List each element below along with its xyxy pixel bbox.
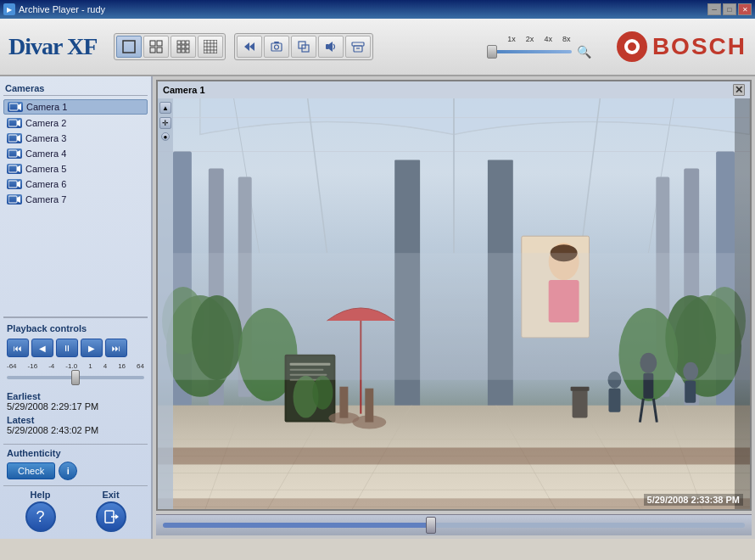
close-button[interactable]: ✕ xyxy=(738,3,752,15)
timeline-slider[interactable] xyxy=(163,523,745,528)
info-button[interactable]: i xyxy=(59,462,77,480)
svg-rect-44 xyxy=(8,165,17,172)
camera-scroll-controls: ▲ ✛ ● xyxy=(158,98,173,509)
svg-rect-23 xyxy=(271,43,282,51)
svg-rect-12 xyxy=(182,49,185,53)
minimize-button[interactable]: ─ xyxy=(707,3,721,15)
maximize-button[interactable]: □ xyxy=(723,3,736,15)
authenticity-section: Authenticity Check i xyxy=(3,444,148,484)
camera-item-5[interactable]: Camera 5 xyxy=(3,162,148,176)
svg-marker-41 xyxy=(17,135,20,142)
content-area: Cameras Camera 1 Camera 2 Camera 3 Camer… xyxy=(0,76,755,539)
speed-slider[interactable] xyxy=(7,376,144,379)
zoom-controls: 1x 2x 4x 8x 🔍 xyxy=(487,35,591,59)
svg-rect-10 xyxy=(186,45,189,48)
camera-item-1[interactable]: Camera 1 xyxy=(3,99,148,115)
scroll-dot[interactable]: ● xyxy=(161,132,170,141)
camera-icon-2 xyxy=(7,118,22,128)
camera-item-7[interactable]: Camera 7 xyxy=(3,193,148,206)
ptz-button[interactable]: ✛ xyxy=(159,117,171,129)
camera-icon-7 xyxy=(7,194,22,204)
camera-icon-5 xyxy=(7,164,22,174)
svg-rect-4 xyxy=(157,48,162,53)
zoom-slider[interactable] xyxy=(487,50,572,53)
time-info: Earliest 5/29/2008 2:29:17 PM Latest 5/2… xyxy=(3,388,148,442)
pause-button[interactable]: ⏸ xyxy=(56,339,78,357)
snapshot-button[interactable] xyxy=(264,36,289,58)
camera-name-3: Camera 3 xyxy=(25,133,66,143)
sixteen-view-button[interactable] xyxy=(198,36,223,58)
svg-rect-25 xyxy=(274,42,279,43)
single-view-button[interactable] xyxy=(116,36,142,58)
timeline xyxy=(156,514,752,535)
svg-rect-0 xyxy=(123,41,135,53)
speed-label-64: 64 xyxy=(137,362,144,370)
scroll-up-button[interactable]: ▲ xyxy=(159,102,171,114)
speed-label-16: 16 xyxy=(118,362,126,370)
camera-image xyxy=(158,98,750,509)
svg-point-35 xyxy=(628,42,636,51)
authenticity-header: Authenticity xyxy=(7,448,144,458)
svg-rect-7 xyxy=(186,41,189,44)
svg-rect-110 xyxy=(573,389,588,418)
nine-view-button[interactable] xyxy=(171,36,196,58)
title-bar: ▶ Archive Player - rudy ─ □ ✕ xyxy=(0,0,755,19)
svg-point-24 xyxy=(275,45,279,49)
svg-marker-45 xyxy=(17,165,20,172)
camera-name-1: Camera 1 xyxy=(26,102,67,112)
play-button[interactable]: ▶ xyxy=(81,339,103,357)
window-controls[interactable]: ─ □ ✕ xyxy=(707,3,752,15)
svg-marker-52 xyxy=(115,514,119,519)
timestamp: 5/29/2008 2:33:38 PM xyxy=(644,494,743,506)
audio-button[interactable] xyxy=(318,36,344,58)
svg-rect-40 xyxy=(8,135,17,142)
speed-label-4: 4 xyxy=(103,362,107,370)
svg-rect-116 xyxy=(158,253,750,380)
archive-button[interactable] xyxy=(345,36,371,58)
quad-view-button[interactable] xyxy=(143,36,169,58)
fast-forward-button[interactable]: ⏭ xyxy=(105,339,127,357)
reverse-button[interactable]: ◀ xyxy=(31,339,53,357)
svg-rect-3 xyxy=(150,48,155,53)
camera-item-3[interactable]: Camera 3 xyxy=(3,132,148,145)
help-button[interactable]: Help ? xyxy=(7,490,74,532)
camera-item-4[interactable]: Camera 4 xyxy=(3,147,148,160)
camera-item-2[interactable]: Camera 2 xyxy=(3,116,148,130)
svg-rect-1 xyxy=(150,41,155,46)
svg-rect-42 xyxy=(8,150,17,157)
panel-title: Camera 1 xyxy=(163,85,205,95)
help-icon: ? xyxy=(25,501,56,532)
svg-marker-22 xyxy=(244,42,249,51)
svg-rect-107 xyxy=(608,389,620,412)
bottom-buttons: Help ? Exit xyxy=(3,485,148,535)
window-title: Archive Player - rudy xyxy=(19,4,707,14)
svg-rect-100 xyxy=(339,387,348,418)
svg-rect-13 xyxy=(186,49,189,53)
svg-rect-28 xyxy=(326,44,329,49)
camera-item-6[interactable]: Camera 6 xyxy=(3,177,148,191)
view-mode-group xyxy=(114,33,226,60)
camera-name-6: Camera 6 xyxy=(25,179,66,189)
resize-button[interactable] xyxy=(291,36,316,58)
camera-name-4: Camera 4 xyxy=(25,148,66,159)
svg-marker-29 xyxy=(329,42,333,52)
speed-label-1: 1 xyxy=(88,362,92,370)
camera-panel: Camera 1 ✕ ▲ ✛ ● xyxy=(156,80,752,511)
camera-name-2: Camera 2 xyxy=(25,118,66,128)
svg-marker-49 xyxy=(17,196,20,203)
svg-rect-36 xyxy=(9,104,18,110)
fast-reverse-button[interactable]: ⏮ xyxy=(7,339,29,357)
auth-buttons: Check i xyxy=(7,462,144,480)
camera-name-5: Camera 5 xyxy=(25,164,66,174)
check-button[interactable]: Check xyxy=(7,462,55,479)
zoom-slider-row: 🔍 xyxy=(487,45,591,59)
latest-time: 5/29/2008 2:43:02 PM xyxy=(7,425,144,435)
exit-button[interactable]: Exit xyxy=(77,490,144,532)
bosch-text: BOSCH xyxy=(652,33,747,60)
panel-close-button[interactable]: ✕ xyxy=(733,84,745,96)
svg-rect-5 xyxy=(177,41,181,44)
rewind-button[interactable] xyxy=(237,36,262,58)
playback-header: Playback controls xyxy=(7,323,144,333)
camera-icon-4 xyxy=(7,148,22,159)
speed-label-neg16: -16 xyxy=(28,362,38,370)
